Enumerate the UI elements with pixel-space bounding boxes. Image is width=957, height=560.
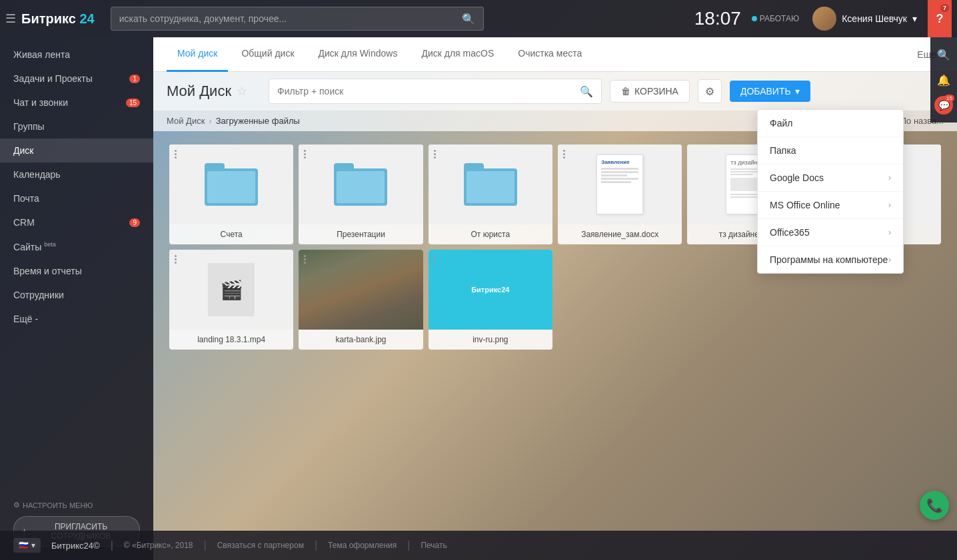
sidebar-item-mail[interactable]: Почта (0, 186, 153, 210)
image-preview (299, 250, 423, 330)
sidebar-item-sites[interactable]: Сайты beta (0, 234, 153, 259)
file-menu-icon[interactable] (175, 150, 177, 158)
sidebar-item-staff[interactable]: Сотрудники (0, 283, 153, 307)
configure-icon: ⚙ (13, 501, 20, 509)
chevron-down-icon: ▾ (31, 541, 35, 550)
search-icon: 🔍 (462, 13, 475, 25)
sidebar-item-label: Диск (13, 145, 33, 156)
search-input[interactable] (119, 13, 462, 24)
image-preview: Битрикс24 (429, 250, 552, 330)
dropdown-item-programs[interactable]: Программы на компьютере › (758, 246, 903, 273)
file-name: inv-ru.png (429, 330, 552, 350)
add-dropdown-menu: Файл Папка Google Docs › MS Office Onlin… (757, 109, 904, 274)
favorite-star[interactable]: ☆ (237, 84, 247, 99)
tab-macos-disk[interactable]: Диск для macOS (411, 37, 504, 72)
chevron-right-icon: › (888, 255, 891, 264)
tab-windows-disk[interactable]: Диск для Windows (308, 37, 409, 72)
file-thumb: 🎬 (169, 250, 293, 330)
sidebar-item-time[interactable]: Время и отчеты (0, 259, 153, 283)
breadcrumb: Мой Диск › Загруженные файлы (167, 116, 300, 126)
tabbar: Мой диск Общий диск Диск для Windows Дис… (153, 37, 957, 72)
right-sidebar: 🔍 🔔 💬 15 (930, 37, 957, 123)
sidebar-item-disk[interactable]: Диск (0, 139, 153, 162)
file-card-karta[interactable]: karta-bank.jpg (299, 250, 423, 350)
dropdown-item-file[interactable]: Файл (758, 110, 903, 137)
file-card-video[interactable]: 🎬 landing 18.3.1.mp4 (169, 250, 293, 350)
tab-cleanup[interactable]: Очистка места (507, 37, 592, 72)
footer-print-link[interactable]: Печать (421, 541, 447, 550)
footer-partner-link[interactable]: Связаться с партнером (217, 541, 304, 550)
phone-button[interactable]: 📞 (920, 491, 949, 520)
clock: 18:07 (694, 8, 741, 29)
breadcrumb-root[interactable]: Мой Диск (167, 116, 205, 126)
file-menu-icon[interactable] (434, 255, 436, 264)
file-name: landing 18.3.1.mp4 (169, 330, 293, 350)
dropdown-item-google-docs[interactable]: Google Docs › (758, 164, 903, 192)
file-card-lawyer[interactable]: От юриста (429, 144, 552, 244)
sidebar-item-more[interactable]: Ещё - (0, 307, 153, 331)
dropdown-item-folder[interactable]: Папка (758, 137, 903, 164)
sidebar-item-groups[interactable]: Группы (0, 115, 153, 139)
file-thumb (429, 144, 552, 224)
file-menu-icon[interactable] (304, 255, 306, 264)
file-card-docx[interactable]: Заявление Заявление_зам.docx (558, 144, 682, 244)
language-selector[interactable]: 🇷🇺 ▾ (13, 538, 41, 553)
dropdown-item-ms-office[interactable]: MS Office Online › (758, 192, 903, 219)
sidebar: Живая лента Задачи и Проекты 1 Чат и зво… (0, 37, 153, 560)
tab-my-disk[interactable]: Мой диск (167, 37, 228, 72)
tab-shared-disk[interactable]: Общий диск (231, 37, 305, 72)
sidebar-item-label: Чат и звонки (13, 97, 68, 108)
sidebar-item-crm[interactable]: CRM 9 (0, 210, 153, 234)
file-menu-icon[interactable] (563, 150, 565, 158)
flag-icon: 🇷🇺 (19, 541, 29, 550)
file-card-presentations[interactable]: Презентации (299, 144, 423, 244)
file-name: Заявление_зам.docx (558, 224, 682, 244)
trash-button[interactable]: 🗑 КОРЗИНА (610, 80, 690, 103)
sidebar-item-tasks[interactable]: Задачи и Проекты 1 (0, 67, 153, 91)
chat-badge: 15 (944, 95, 954, 102)
chevron-right-icon: › (888, 228, 891, 237)
file-card-scheta[interactable]: Счета (169, 144, 293, 244)
work-status[interactable]: РАБОТАЮ (752, 14, 799, 23)
right-bell-icon[interactable]: 🔔 (932, 68, 956, 92)
menu-icon[interactable]: ☰ (5, 11, 16, 26)
sidebar-item-label: CRM (13, 217, 35, 228)
file-menu-icon[interactable] (175, 255, 177, 264)
settings-button[interactable]: ⚙ (698, 79, 722, 103)
help-button[interactable]: ? 7 (928, 0, 952, 37)
sidebar-item-label: Ещё - (13, 314, 38, 324)
filter-input[interactable] (277, 86, 580, 97)
sidebar-item-label: Группы (13, 121, 45, 132)
sidebar-item-label: Живая лента (13, 49, 70, 60)
right-search-icon[interactable]: 🔍 (932, 43, 956, 67)
sidebar-item-label: Сайты beta (13, 241, 56, 252)
user-menu-chevron: ▾ (912, 13, 917, 24)
user-menu[interactable]: Ксения Шевчук ▾ (812, 7, 917, 31)
file-menu-icon[interactable] (434, 150, 436, 158)
crm-badge: 9 (129, 218, 140, 227)
topbar: ☰ Битрикс 24 🔍 18:07 РАБОТАЮ Ксения Шевч… (0, 0, 957, 37)
sidebar-item-calendar[interactable]: Календарь (0, 162, 153, 186)
dropdown-item-office365[interactable]: Office365 › (758, 219, 903, 246)
footer-sep-3: | (315, 539, 317, 551)
sidebar-item-label: Задачи и Проекты (13, 73, 93, 84)
global-search[interactable]: 🔍 (111, 7, 484, 31)
sidebar-item-feed[interactable]: Живая лента (0, 43, 153, 67)
toolbar: Мой Диск ☆ 🔍 🗑 КОРЗИНА ⚙ ДОБАВИТЬ ▾ (153, 72, 957, 111)
filter-search[interactable]: 🔍 (269, 79, 602, 104)
main-content: Мой диск Общий диск Диск для Windows Дис… (153, 37, 957, 560)
trash-icon: 🗑 (621, 86, 630, 97)
add-button[interactable]: ДОБАВИТЬ ▾ (730, 81, 810, 102)
right-chat-icon[interactable]: 💬 15 (932, 93, 956, 117)
status-dot (752, 16, 757, 21)
configure-menu[interactable]: ⚙ НАСТРОИТЬ МЕНЮ (13, 501, 140, 509)
breadcrumb-current: Загруженные файлы (216, 116, 300, 126)
user-name: Ксения Шевчук (842, 13, 907, 24)
add-chevron-icon: ▾ (795, 86, 800, 97)
file-menu-icon[interactable] (304, 150, 306, 158)
sidebar-item-chat[interactable]: Чат и звонки 15 (0, 91, 153, 115)
footer-sep-1: | (111, 539, 113, 551)
file-card-inv[interactable]: Битрикс24 inv-ru.png (429, 250, 552, 350)
footer-theme-link[interactable]: Тема оформления (328, 541, 397, 550)
file-name: Счета (169, 224, 293, 244)
